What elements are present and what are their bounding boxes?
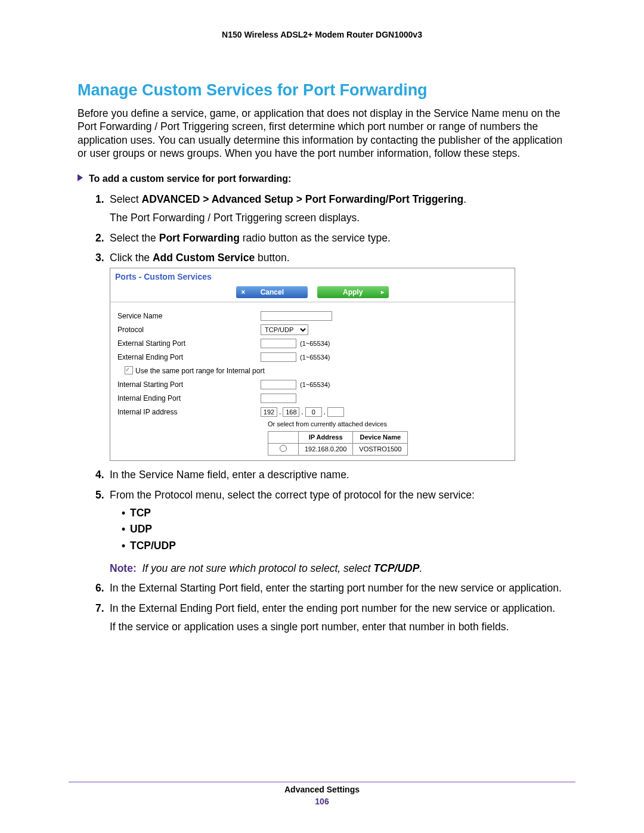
chevron-right-icon	[78, 174, 83, 181]
step-3-text-a: Click the	[110, 252, 153, 264]
or-select-note: Or select from currently attached device…	[268, 420, 509, 429]
page-footer: Advanced Settings 106	[0, 785, 644, 806]
ext-start-hint: (1~65534)	[300, 339, 330, 348]
dev-ip-header: IP Address	[299, 431, 353, 443]
step-1: Select ADVANCED > Advanced Setup > Port …	[95, 193, 566, 225]
close-icon: ×	[241, 286, 245, 298]
screenshot-title: Ports - Custom Services	[110, 268, 515, 284]
ext-end-label: External Ending Port	[117, 352, 261, 362]
step-1-text-a: Select	[110, 193, 142, 205]
table-row: 192.168.0.200 VOSTRO1500	[268, 443, 408, 456]
bullet-tcp: TCP	[122, 506, 566, 521]
ext-end-hint: (1~65534)	[300, 353, 330, 362]
apply-button[interactable]: Apply▸	[317, 286, 389, 298]
arrow-right-icon: ▸	[381, 286, 384, 298]
step-3-bold: Add Custom Service	[153, 252, 255, 264]
int-start-label: Internal Starting Port	[117, 380, 261, 389]
dev-name-header: Device Name	[353, 431, 408, 443]
ip-octet-2[interactable]	[283, 407, 299, 417]
step-1-bold: ADVANCED > Advanced Setup > Port Forward…	[142, 193, 464, 205]
int-start-input[interactable]	[261, 380, 296, 389]
screenshot-form: Service Name Protocol TCP/UDP External S…	[110, 302, 515, 461]
step-2-bold: Port Forwarding	[159, 232, 240, 244]
step-7-sub: If the service or application uses a sin…	[110, 620, 566, 634]
apply-button-label: Apply	[343, 288, 363, 296]
screenshot-button-row: ×Cancel Apply▸	[110, 284, 515, 302]
note-text-a: If you are not sure which protocol to se…	[142, 562, 373, 574]
int-end-input[interactable]	[261, 394, 296, 403]
footer-rule	[69, 782, 575, 782]
step-1-sub: The Port Forwarding / Port Triggering sc…	[110, 211, 566, 225]
step-2-text-a: Select the	[110, 232, 159, 244]
device-radio[interactable]	[280, 445, 287, 452]
bullet-tcpudp: TCP/UDP	[122, 539, 566, 553]
protocol-select[interactable]: TCP/UDP	[261, 324, 308, 335]
same-range-row: Use the same port range for Internal por…	[117, 366, 265, 376]
service-name-label: Service Name	[117, 311, 261, 321]
footer-section: Advanced Settings	[284, 785, 360, 794]
same-range-checkbox[interactable]	[125, 366, 133, 374]
page-title: Manage Custom Services for Port Forwardi…	[78, 81, 566, 100]
step-1-text-c: .	[463, 193, 466, 205]
bullet-udp: UDP	[122, 522, 566, 537]
custom-services-screenshot: Ports - Custom Services ×Cancel Apply▸ S…	[110, 268, 515, 461]
ext-start-label: External Starting Port	[117, 339, 261, 348]
step-2: Select the Port Forwarding radio button …	[95, 231, 566, 246]
ext-start-input[interactable]	[261, 339, 296, 348]
step-3-text-c: button.	[255, 252, 289, 264]
note-label: Note:	[110, 562, 137, 574]
step-2-text-c: radio button as the service type.	[240, 232, 391, 244]
page-number: 106	[0, 797, 644, 806]
ip-octet-3[interactable]	[305, 407, 322, 417]
int-ip-label: Internal IP address	[117, 407, 261, 417]
procedure-heading-text: To add a custom service for port forward…	[89, 174, 291, 184]
same-range-label: Use the same port range for Internal por…	[135, 367, 265, 375]
note-text-c: .	[419, 562, 422, 574]
cancel-button[interactable]: ×Cancel	[236, 286, 308, 298]
step-5-text: From the Protocol menu, select the corre…	[110, 489, 475, 501]
device-name: VOSTRO1500	[353, 443, 408, 456]
note-bold: TCP/UDP	[374, 562, 420, 574]
protocol-label: Protocol	[117, 325, 261, 335]
protocol-list: TCP UDP TCP/UDP	[110, 506, 566, 553]
ip-octet-4[interactable]	[327, 407, 344, 417]
step-6: In the External Starting Port field, ent…	[95, 581, 566, 596]
step-7: In the External Ending Port field, enter…	[95, 602, 566, 634]
document-header: N150 Wireless ADSL2+ Modem Router DGN100…	[78, 30, 566, 39]
device-ip: 192.168.0.200	[299, 443, 353, 456]
ext-end-input[interactable]	[261, 352, 296, 362]
cancel-button-label: Cancel	[261, 288, 284, 296]
intro-paragraph: Before you define a service, game, or ap…	[78, 107, 566, 160]
ip-octet-1[interactable]	[261, 407, 277, 417]
steps-list: Select ADVANCED > Advanced Setup > Port …	[78, 193, 566, 635]
int-end-label: Internal Ending Port	[117, 394, 261, 403]
step-3: Click the Add Custom Service button. Por…	[95, 251, 566, 461]
step-7-text: In the External Ending Port field, enter…	[110, 602, 555, 614]
int-start-hint: (1~65534)	[300, 380, 330, 389]
procedure-heading: To add a custom service for port forward…	[78, 174, 566, 184]
note: Note: If you are not sure which protocol…	[110, 562, 566, 576]
step-5: From the Protocol menu, select the corre…	[95, 488, 566, 575]
service-name-input[interactable]	[261, 311, 332, 321]
step-4: In the Service Name field, enter a descr…	[95, 468, 566, 482]
attached-devices-table: IP Address Device Name 192.168.0.200 VOS…	[268, 431, 408, 456]
